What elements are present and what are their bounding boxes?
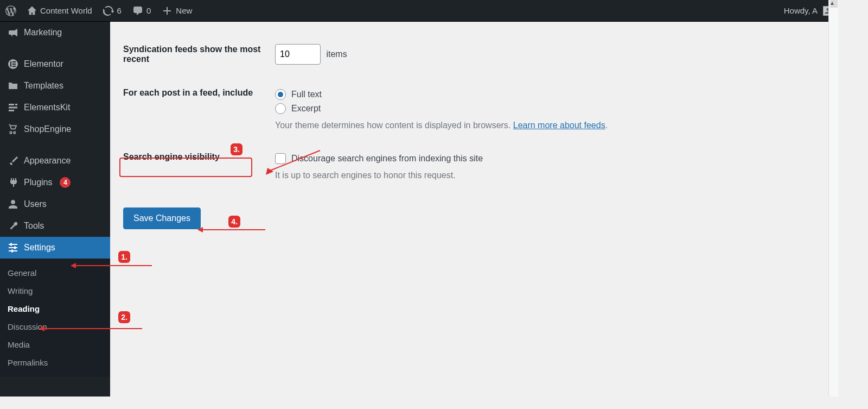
sidebar-item-shopengine[interactable]: ShopEngine: [0, 118, 110, 140]
feed-count-label: Syndication feeds show the most recent: [123, 33, 275, 76]
checkbox-discourage[interactable]: [275, 153, 286, 164]
radio-full-text[interactable]: [275, 89, 286, 100]
radio-full-text-label: Full text: [291, 90, 322, 99]
visibility-label: Search engine visibility: [123, 140, 275, 190]
sidebar-item-plugins[interactable]: Plugins 4: [0, 172, 110, 193]
sidebar-item-marketing[interactable]: Marketing: [0, 22, 110, 43]
user-icon: [8, 199, 18, 210]
checkbox-discourage-label: Discourage search engines from indexing …: [291, 154, 483, 163]
elementor-icon: [8, 59, 18, 70]
comment-icon: [132, 5, 143, 16]
subitem-media[interactable]: Media: [0, 336, 110, 354]
updates-link[interactable]: 6: [98, 0, 127, 21]
site-name-link[interactable]: Content World: [22, 0, 98, 21]
sidebar-item-label: ShopEngine: [24, 124, 71, 134]
visibility-note: It is up to search engines to honor this…: [275, 171, 825, 180]
svg-rect-12: [10, 243, 12, 246]
subitem-general[interactable]: General: [0, 264, 110, 282]
feed-include-label: For each post in a feed, include: [123, 76, 275, 140]
sidebar-item-label: Templates: [24, 81, 63, 91]
subitem-discussion[interactable]: Discussion: [0, 318, 110, 336]
sidebar-item-elementor[interactable]: Elementor: [0, 53, 110, 75]
settings-page: Syndication feeds show the most recent i…: [110, 22, 838, 397]
feed-desc-text: Your theme determines how content is dis…: [275, 121, 513, 130]
sidebar-item-label: Appearance: [24, 156, 71, 166]
elementskit-icon: [8, 102, 18, 113]
plugins-update-badge: 4: [60, 177, 71, 188]
svg-rect-9: [9, 244, 17, 245]
svg-rect-5: [9, 104, 14, 105]
svg-rect-4: [12, 66, 16, 67]
admin-sidebar: Marketing Elementor Templates ElementsKi…: [0, 22, 110, 397]
comments-count: 0: [146, 6, 151, 15]
sidebar-item-label: Marketing: [24, 28, 62, 37]
wrench-icon: [8, 221, 18, 231]
settings-submenu: General Writing Reading Discussion Media…: [0, 259, 110, 377]
brush-icon: [8, 155, 18, 166]
subitem-reading[interactable]: Reading: [0, 300, 110, 318]
svg-rect-1: [10, 61, 11, 67]
comments-link[interactable]: 0: [127, 0, 156, 21]
feed-items-suffix: items: [326, 49, 347, 59]
wp-logo[interactable]: [0, 0, 22, 21]
new-label: New: [176, 6, 192, 15]
svg-rect-6: [9, 107, 17, 109]
feed-count-input[interactable]: [275, 44, 321, 65]
sidebar-item-users[interactable]: Users: [0, 193, 110, 215]
radio-excerpt-label: Excerpt: [291, 104, 321, 114]
sidebar-item-tools[interactable]: Tools: [0, 215, 110, 237]
howdy-text: Howdy, A: [784, 6, 818, 15]
sidebar-item-elementskit[interactable]: ElementsKit: [0, 97, 110, 118]
sidebar-item-label: ElementsKit: [24, 103, 70, 112]
sidebar-item-label: Users: [24, 199, 47, 209]
svg-rect-14: [11, 250, 13, 253]
folder-icon: [8, 80, 18, 91]
save-button[interactable]: Save Changes: [123, 207, 201, 229]
subitem-permalinks[interactable]: Permalinks: [0, 354, 110, 372]
scrollbar[interactable]: [828, 0, 838, 397]
radio-excerpt[interactable]: [275, 103, 286, 114]
plug-icon: [8, 177, 18, 188]
updates-count: 6: [117, 6, 122, 15]
sidebar-item-settings[interactable]: Settings: [0, 237, 110, 259]
learn-more-link[interactable]: Learn more about feeds: [513, 121, 605, 130]
home-icon: [27, 6, 37, 16]
svg-rect-2: [12, 61, 16, 62]
svg-rect-7: [9, 110, 14, 111]
admin-bar: Content World 6 0 New Howdy, A: [0, 0, 838, 22]
svg-rect-3: [12, 64, 16, 65]
cart-icon: [8, 124, 18, 135]
site-name: Content World: [40, 6, 92, 15]
sidebar-item-templates[interactable]: Templates: [0, 75, 110, 97]
sidebar-item-label: Settings: [24, 243, 55, 253]
plus-icon: [162, 5, 173, 16]
sidebar-item-label: Tools: [24, 221, 44, 231]
sidebar-item-label: Plugins: [24, 178, 52, 187]
svg-rect-13: [14, 247, 16, 249]
svg-rect-10: [9, 247, 17, 248]
wordpress-icon: [5, 5, 16, 16]
megaphone-icon: [8, 27, 18, 38]
new-content-link[interactable]: New: [156, 0, 197, 21]
sidebar-item-label: Elementor: [24, 59, 63, 69]
subitem-writing[interactable]: Writing: [0, 282, 110, 300]
sliders-icon: [8, 242, 18, 253]
svg-rect-8: [15, 104, 17, 105]
refresh-icon: [103, 5, 114, 16]
sidebar-item-appearance[interactable]: Appearance: [0, 150, 110, 172]
